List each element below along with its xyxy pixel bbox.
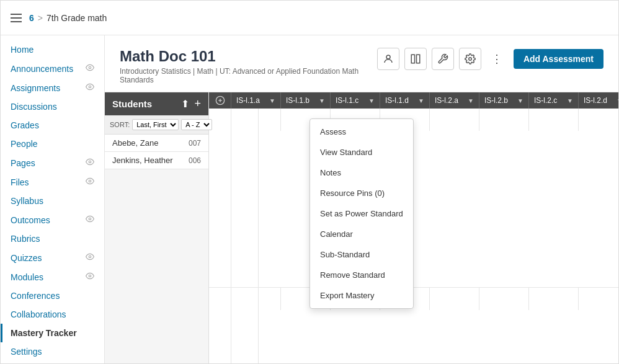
col-sort-icon-1: ▼ (319, 97, 325, 104)
eye-icon-assignments[interactable] (86, 82, 94, 93)
grid-cell-r1-c7[interactable] (209, 265, 259, 287)
sidebar-item-announcements[interactable]: Announcements (1, 59, 104, 78)
svg-point-1 (89, 86, 91, 88)
dropdown-item-6[interactable]: Sub-Standard (310, 244, 413, 265)
more-options-button[interactable]: ⋮ (486, 48, 509, 70)
sidebar-item-syllabus[interactable]: Syllabus (1, 192, 104, 210)
grid-area[interactable]: IS-l.1.a▼IS-l.1.b▼IS-l.1.c▼IS-l.1.d▼IS-l… (209, 92, 618, 363)
sidebar-item-outcomes[interactable]: Outcomes (1, 210, 104, 229)
grid-cell-r0-c5[interactable] (479, 109, 529, 131)
sidebar-item-assignments[interactable]: Assignments (1, 78, 104, 97)
eye-icon-quizzes[interactable] (86, 252, 94, 263)
sidebar-item-quizzes[interactable]: Quizzes (1, 248, 104, 267)
grid-col-header-6[interactable]: IS-l.2.c▼ (529, 92, 579, 109)
settings-button[interactable] (459, 48, 481, 70)
sort-by-select[interactable]: Last, First First, Last (132, 119, 179, 130)
col-sort-icon-4: ▼ (468, 97, 474, 104)
main-layout: HomeAnnouncementsAssignmentsDiscussionsG… (1, 35, 618, 363)
grid-cell-r1-c2[interactable] (209, 153, 259, 175)
grid-cell-r2-c7[interactable] (579, 288, 618, 310)
eye-icon-announcements[interactable] (86, 63, 94, 74)
grid-col-header-2[interactable]: IS-l.1.c▼ (331, 92, 380, 109)
sidebar-item-pages[interactable]: Pages (1, 153, 104, 172)
students-panel: Students ⬆ + SORT: Last, First First, La… (105, 92, 209, 363)
student-row-0[interactable]: Abebe, Zane007 (105, 135, 208, 152)
wrench-button[interactable] (432, 48, 454, 70)
grid-cell-r1-c5[interactable] (209, 220, 259, 242)
grid-col-header-3[interactable]: IS-l.1.d▼ (380, 92, 430, 109)
grid-cell-r1-c3[interactable] (209, 175, 259, 198)
grid-cell-r3-c2[interactable] (209, 332, 259, 355)
grid-cell-r0-c7[interactable] (579, 109, 618, 131)
sidebar-item-files[interactable]: Files (1, 172, 104, 192)
grid-col-header-0[interactable]: IS-l.1.a▼ (231, 92, 281, 109)
student-row-1[interactable]: Jenkins, Heather006 (105, 152, 208, 169)
sidebar-label-files: Files (11, 177, 29, 187)
grid-col-header-5[interactable]: IS-l.2.b▼ (479, 92, 529, 109)
sort-bar: SORT: Last, First First, Last A - Z Z - … (105, 115, 208, 135)
dropdown-item-8[interactable]: Export Mastery (310, 285, 413, 306)
sidebar-item-rubrics[interactable]: Rubrics (1, 229, 104, 248)
sidebar-item-modules[interactable]: Modules (1, 267, 104, 286)
grid-col-header-7[interactable]: IS-l.2.d▼ (579, 92, 618, 109)
add-assessment-button[interactable]: Add Assessment (514, 49, 603, 69)
sidebar-item-mastery-tracker[interactable]: Mastery Tracker (1, 324, 104, 342)
grid-body (209, 109, 618, 363)
content-area: Math Doc 101 Introductory Statistics | M… (105, 35, 618, 363)
grid-row-2 (209, 288, 618, 363)
students-header: Students ⬆ + (105, 92, 208, 115)
page-title: Math Doc 101 (120, 48, 377, 65)
sidebar-item-settings[interactable]: Settings (1, 342, 104, 361)
dropdown-item-5[interactable]: Calendar (310, 224, 413, 244)
course-number[interactable]: 6 (29, 13, 34, 23)
dropdown-item-4[interactable]: Set as Power Standard (310, 203, 413, 224)
svg-rect-9 (416, 55, 419, 63)
upload-icon[interactable]: ⬆ (181, 98, 189, 110)
dropdown-item-1[interactable]: View Standard (310, 142, 413, 162)
sort-label: SORT: (110, 121, 130, 128)
add-student-icon[interactable]: + (194, 97, 201, 110)
sidebar-item-conferences[interactable]: Conferences (1, 286, 104, 305)
col-sort-icon-0: ▼ (269, 97, 275, 104)
dropdown-item-0[interactable]: Assess (310, 122, 413, 142)
student-view-button[interactable] (377, 48, 399, 70)
sidebar-label-conferences: Conferences (11, 291, 60, 301)
grid-col-header-1[interactable]: IS-l.1.b▼ (281, 92, 331, 109)
grid-cell-r0-c0[interactable] (231, 109, 281, 131)
grid-col-header-4[interactable]: IS-l.2.a▼ (430, 92, 479, 109)
eye-icon-files[interactable] (86, 177, 94, 187)
sidebar-label-grades: Grades (11, 120, 39, 130)
move-handle[interactable] (209, 92, 231, 109)
eye-icon-outcomes[interactable] (86, 215, 94, 225)
hamburger-icon[interactable] (11, 14, 22, 22)
sidebar-item-people[interactable]: People (1, 135, 104, 153)
sidebar-label-discussions: Discussions (11, 102, 57, 112)
grid-cell-r3-c1[interactable] (209, 310, 259, 332)
dropdown-item-7[interactable]: Remove Standard (310, 265, 413, 285)
eye-icon-pages[interactable] (86, 158, 94, 168)
grid-cell-r1-c1[interactable] (209, 131, 259, 153)
svg-point-7 (386, 55, 390, 59)
sidebar-item-grades[interactable]: Grades (1, 116, 104, 135)
toggle-columns-button[interactable] (404, 48, 427, 70)
student-id-1: 006 (189, 156, 201, 165)
grid-cell-r2-c6[interactable] (529, 288, 579, 310)
grid-cell-r0-c4[interactable] (430, 109, 479, 131)
sort-order-select[interactable]: A - Z Z - A (181, 119, 212, 130)
header-actions: ⋮ Add Assessment (377, 48, 603, 70)
grid-cell-r1-c6[interactable] (209, 242, 259, 265)
sidebar-label-collaborations: Collaborations (11, 309, 66, 319)
dropdown-item-3[interactable]: Resource Pins (0) (310, 183, 413, 203)
grid-cell-r2-c5[interactable] (479, 288, 529, 310)
eye-icon-modules[interactable] (86, 272, 94, 282)
dropdown-item-2[interactable]: Notes (310, 162, 413, 183)
grid-cell-r2-c4[interactable] (430, 288, 479, 310)
svg-point-0 (89, 66, 91, 69)
grid-cell-r0-c6[interactable] (529, 109, 579, 131)
sidebar-item-collaborations[interactable]: Collaborations (1, 305, 104, 324)
grid-cell-r3-c3[interactable] (209, 355, 259, 363)
grid-cell-r1-c4[interactable] (209, 198, 259, 220)
sidebar-item-home[interactable]: Home (1, 40, 104, 59)
sidebar-item-discussions[interactable]: Discussions (1, 97, 104, 116)
grid-cell-r2-c0[interactable] (231, 288, 281, 310)
